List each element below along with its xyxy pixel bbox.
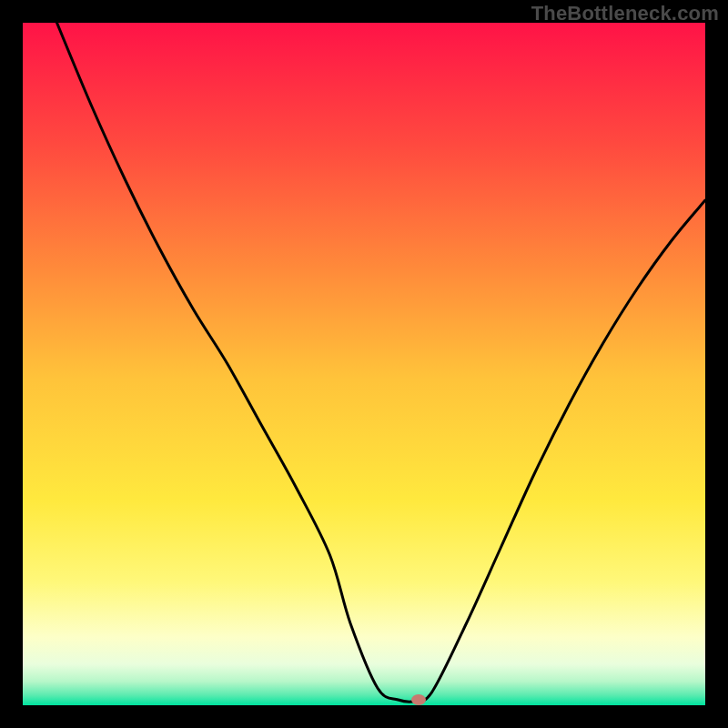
plot-area bbox=[23, 23, 705, 705]
watermark-text: TheBottleneck.com bbox=[531, 2, 719, 25]
optimal-marker bbox=[411, 694, 426, 705]
chart-svg bbox=[23, 23, 705, 705]
chart-background bbox=[23, 23, 705, 705]
chart-frame: TheBottleneck.com bbox=[0, 0, 728, 728]
